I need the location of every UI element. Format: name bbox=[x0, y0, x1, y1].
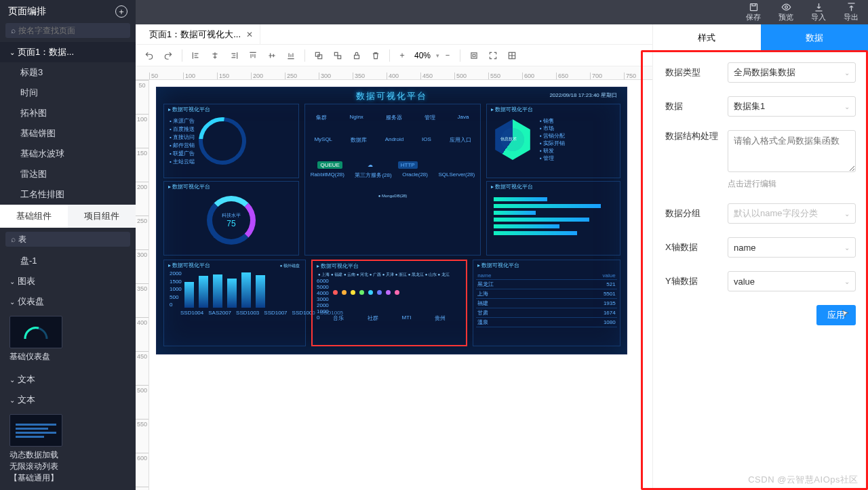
component-caption: 基础仪表盘 bbox=[9, 351, 126, 363]
component-thumb-gauge[interactable] bbox=[9, 316, 62, 348]
panel-scatter-selected[interactable]: 数据可视化平台 ● 上海 ● 福建 ● 云南 ● 河北 ● 广西 ● 天津 ● … bbox=[311, 260, 467, 346]
align-left-button[interactable] bbox=[188, 47, 204, 64]
component-thumb-scroll-table[interactable] bbox=[9, 414, 62, 447]
file-tab[interactable]: 页面1：数据可视化大... ✕ bbox=[142, 24, 260, 44]
panel-topology[interactable]: 集群Nginx服务器管理Java MySQL数据库AndroidIOS应用入口 … bbox=[304, 104, 481, 256]
align-center-h-button[interactable] bbox=[207, 47, 223, 64]
export-button[interactable]: 导出 bbox=[844, 2, 859, 22]
align-center-v-button[interactable] bbox=[264, 47, 280, 64]
textarea-data-struct[interactable] bbox=[728, 130, 856, 172]
preview-button[interactable]: 预览 bbox=[778, 2, 793, 22]
tree-item[interactable]: 基础饼图 bbox=[0, 123, 136, 144]
panel-columns[interactable]: 数据可视化平台 ● 额外磁盘 2000150010005000 SSD1004S… bbox=[163, 260, 306, 346]
ruler-horizontal: 5010015020025030035040045050055060065070… bbox=[136, 66, 652, 80]
page-tree: ⌄页面1：数据... 标题3 时间 拓补图 基础饼图 基础水波球 雷达图 工名性… bbox=[0, 42, 136, 205]
section-text[interactable]: ⌄文本 bbox=[0, 390, 136, 410]
section-charts[interactable]: ⌄图表 bbox=[0, 271, 136, 291]
apply-button[interactable]: 应用 bbox=[816, 305, 856, 325]
hint-edit[interactable]: 点击进行编辑 bbox=[728, 178, 856, 190]
tree-item[interactable]: 标题3 bbox=[0, 62, 136, 83]
panel-radar[interactable]: 数据可视化平台 信息技术 ▪ 销售▪ 市场▪ 营销分配▪ 实际开销▪ 研发▪ 管… bbox=[486, 104, 620, 178]
group-button[interactable] bbox=[311, 47, 327, 64]
component-tabs: 基础组件 项目组件 bbox=[0, 205, 136, 228]
zoom-out-button[interactable]: － bbox=[441, 49, 454, 62]
zoom-value[interactable]: 40% bbox=[410, 51, 435, 60]
panel-gauge[interactable]: 数据可视化平台 科技水平 75 bbox=[163, 181, 299, 256]
zoom-control: ＋ 40% ▾ － bbox=[395, 49, 454, 62]
file-tab-label: 页面1：数据可视化大... bbox=[149, 28, 241, 41]
import-button[interactable]: 导入 bbox=[811, 2, 826, 22]
panel-donut[interactable]: 数据可视化平台 • 来源广告• 百度推送• 直接访问• 邮件营销• 联盟广告• … bbox=[163, 104, 299, 178]
tree-item[interactable]: 时间 bbox=[0, 83, 136, 103]
close-icon[interactable]: ✕ bbox=[246, 30, 253, 39]
sidebar-title: 页面编排 bbox=[8, 5, 46, 18]
component-search[interactable]: ⌕ bbox=[5, 232, 130, 247]
dashboard-timestamp: 2022/09/18 17:23:40 星期日 bbox=[549, 91, 617, 99]
save-button[interactable]: 保存 bbox=[746, 2, 761, 22]
list-item[interactable]: 盘-1 bbox=[0, 251, 136, 271]
tree-item[interactable]: 工名性排图 bbox=[0, 184, 136, 205]
align-bottom-button[interactable] bbox=[283, 47, 299, 64]
svg-rect-4 bbox=[334, 52, 338, 56]
tree-item[interactable]: 基础水波球 bbox=[0, 144, 136, 164]
chevron-down-icon: ⌄ bbox=[844, 210, 850, 218]
ungroup-button[interactable] bbox=[330, 47, 346, 64]
svg-rect-5 bbox=[338, 56, 341, 59]
canvas[interactable]: 5010015020025030035040045050055060065070… bbox=[136, 66, 652, 490]
select-data-group[interactable]: 默认以name字段分类⌄ bbox=[728, 203, 856, 224]
select-data[interactable]: 数据集1⌄ bbox=[728, 96, 856, 117]
tab-data[interactable]: 数据 bbox=[761, 24, 869, 52]
panel-hbars[interactable]: 数据可视化平台 bbox=[486, 181, 620, 256]
svg-rect-7 bbox=[471, 52, 477, 58]
tree-page-root[interactable]: ⌄页面1：数据... bbox=[0, 42, 136, 62]
section-gauge[interactable]: ⌄仪表盘 bbox=[0, 291, 136, 312]
label-data-type: 数据类型 bbox=[665, 66, 728, 79]
chevron-down-icon: ⌄ bbox=[844, 278, 850, 285]
dashboard-stage[interactable]: 数据可视化平台 2022/09/18 17:23:40 星期日 数据可视化平台 … bbox=[156, 87, 627, 354]
select-data-type[interactable]: 全局数据集数据⌄ bbox=[728, 62, 856, 83]
donut-icon bbox=[189, 108, 256, 175]
top-toolbar: 保存 预览 导入 导出 bbox=[136, 0, 868, 24]
redo-button[interactable] bbox=[160, 47, 176, 64]
tab-style[interactable]: 样式 bbox=[653, 24, 761, 52]
search-icon: ⌕ bbox=[11, 234, 16, 244]
data-table: namevalue黑龙江521上海5501福建1935甘肃1674溫泉1080 bbox=[476, 272, 616, 327]
pie-legend: • 来源广告• 百度推送• 直接访问• 邮件营销• 联盟广告• 主站云端 bbox=[170, 117, 195, 166]
panel-table[interactable]: 数据可视化平台 namevalue黑龙江521上海5501福建1935甘肃167… bbox=[473, 260, 620, 346]
select-xaxis[interactable]: name⌄ bbox=[728, 237, 856, 258]
left-sidebar: 页面编排 ＋ ⌕ ⌄页面1：数据... 标题3 时间 拓补图 基础饼图 基础水波… bbox=[0, 0, 136, 490]
align-right-button[interactable] bbox=[226, 47, 242, 64]
fit-button[interactable] bbox=[466, 47, 482, 64]
ruler-vertical: 5010015020025030035040045050055060065070… bbox=[136, 80, 149, 490]
align-top-button[interactable] bbox=[245, 47, 261, 64]
property-panel: 样式 数据 数据类型 全局数据集数据⌄ 数据 数据集1⌄ 数据结构处理 bbox=[652, 24, 868, 490]
lock-button[interactable] bbox=[349, 47, 365, 64]
label-data: 数据 bbox=[665, 100, 728, 113]
delete-button[interactable] bbox=[368, 47, 384, 64]
page-search-input[interactable] bbox=[18, 26, 125, 35]
grid-button[interactable] bbox=[504, 47, 520, 64]
zoom-in-button[interactable]: ＋ bbox=[395, 49, 409, 62]
svg-rect-6 bbox=[355, 55, 359, 58]
label-data-struct: 数据结构处理 bbox=[665, 130, 728, 142]
search-icon: ⌕ bbox=[11, 26, 16, 35]
section-text[interactable]: ⌄文本 bbox=[0, 369, 136, 390]
tab-basic-components[interactable]: 基础组件 bbox=[0, 205, 68, 228]
add-page-button[interactable]: ＋ bbox=[115, 5, 127, 18]
component-caption: 动态数据加载 无限滚动列表 【基础通用】 bbox=[9, 449, 126, 484]
chevron-down-icon: ⌄ bbox=[844, 244, 850, 251]
tree-item[interactable]: 雷达图 bbox=[0, 164, 136, 184]
chevron-down-icon: ▾ bbox=[436, 52, 439, 59]
fullscreen-button[interactable] bbox=[485, 47, 501, 64]
undo-button[interactable] bbox=[141, 47, 157, 64]
svg-point-1 bbox=[785, 6, 787, 9]
tab-project-components[interactable]: 项目组件 bbox=[68, 205, 136, 228]
tree-item[interactable]: 拓补图 bbox=[0, 103, 136, 123]
label-xaxis: X轴数据 bbox=[665, 241, 728, 253]
editor-toolbar: ＋ 40% ▾ － bbox=[136, 45, 652, 66]
svg-rect-0 bbox=[750, 4, 757, 11]
page-search[interactable]: ⌕ bbox=[5, 23, 130, 38]
select-yaxis[interactable]: value⌄ bbox=[728, 271, 856, 291]
center-area: 保存 预览 导入 导出 页面1：数据可视化大... ✕ bbox=[136, 0, 868, 490]
component-search-input[interactable] bbox=[18, 234, 125, 244]
